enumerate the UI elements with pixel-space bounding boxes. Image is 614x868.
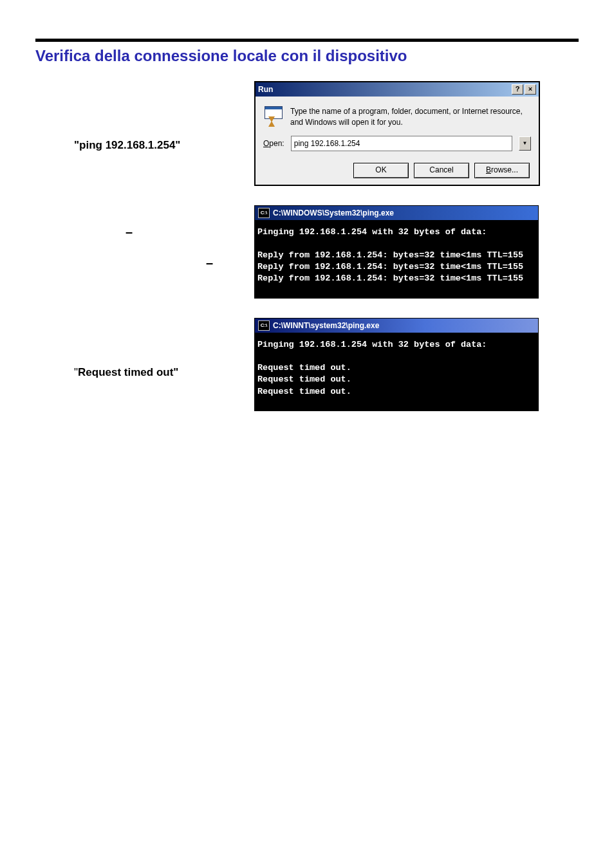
run-dialog-title: Run bbox=[258, 85, 273, 94]
run-dialog: Run ? × Type the name of a program, fold… bbox=[254, 81, 540, 186]
open-input[interactable] bbox=[291, 136, 512, 151]
cmd-icon: C:\ bbox=[258, 208, 270, 218]
console-timeout-titlebar: C:\ C:\WINNT\system32\ping.exe bbox=[255, 319, 538, 333]
row-console-timeout: "Request timed out" C:\ C:\WINNT\system3… bbox=[35, 318, 579, 411]
cancel-button[interactable]: Cancel bbox=[414, 163, 469, 178]
row-run-dialog: "ping 192.168.1.254" Run ? × bbox=[35, 81, 579, 186]
console-timeout: C:\ C:\WINNT\system32\ping.exe Pinging 1… bbox=[254, 318, 539, 411]
row-console-success: – – C:\ C:\WINDOWS\System32\ping.exe Pin… bbox=[35, 205, 579, 299]
run-icon bbox=[263, 106, 284, 127]
console-timeout-body: Pinging 192.168.1.254 with 32 bytes of d… bbox=[255, 333, 538, 398]
console-timeout-title: C:\WINNT\system32\ping.exe bbox=[273, 321, 379, 330]
ping-command-label: "ping 192.168.1.254" bbox=[74, 139, 254, 152]
run-description: Type the name of a program, folder, docu… bbox=[290, 106, 531, 128]
dash-2: – bbox=[206, 255, 254, 270]
page-heading: Verifica della connessione locale con il… bbox=[35, 47, 579, 65]
timeout-label: "Request timed out" bbox=[74, 366, 254, 379]
open-label: Open: bbox=[263, 139, 284, 148]
close-button[interactable]: × bbox=[525, 84, 536, 95]
help-button[interactable]: ? bbox=[512, 84, 523, 95]
dash-1: – bbox=[126, 225, 254, 239]
top-rule bbox=[35, 39, 579, 42]
console-success-titlebar: C:\ C:\WINDOWS\System32\ping.exe bbox=[255, 206, 538, 220]
console-success-title: C:\WINDOWS\System32\ping.exe bbox=[273, 208, 394, 217]
browse-button[interactable]: Browse... bbox=[474, 163, 530, 178]
run-dialog-titlebar: Run ? × bbox=[256, 82, 539, 97]
cmd-icon: C:\ bbox=[258, 320, 270, 331]
dropdown-button[interactable]: ▼ bbox=[519, 136, 531, 151]
console-success: C:\ C:\WINDOWS\System32\ping.exe Pinging… bbox=[254, 205, 539, 299]
ok-button[interactable]: OK bbox=[353, 163, 409, 178]
console-success-body: Pinging 192.168.1.254 with 32 bytes of d… bbox=[255, 220, 538, 285]
